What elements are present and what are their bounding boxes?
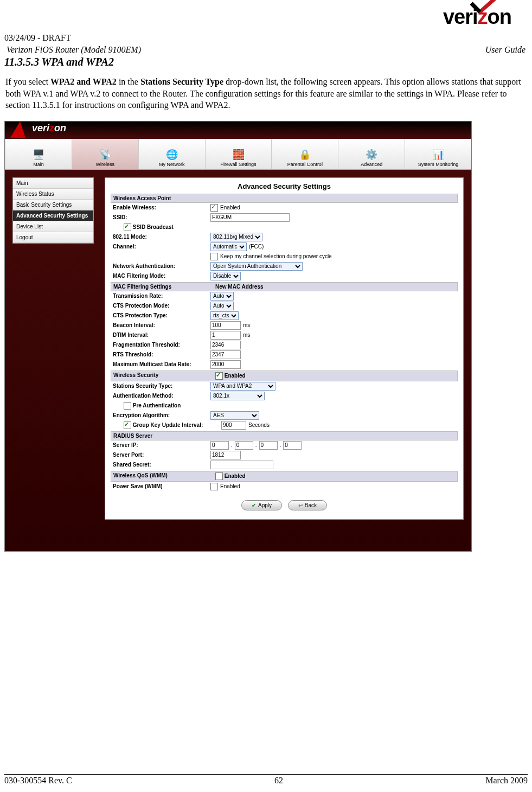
label-cts-mode: CTS Protection Mode: bbox=[113, 303, 210, 309]
sidebar-item-advanced-security[interactable]: Advanced Security Settings bbox=[13, 210, 93, 221]
sidebar: Main Wireless Status Basic Security Sett… bbox=[12, 177, 94, 244]
tab-advanced[interactable]: ⚙️Advanced bbox=[338, 139, 405, 169]
label-enc-alg: Encryption Algorithm: bbox=[113, 412, 210, 418]
label-network-auth: Network Authentication: bbox=[113, 263, 210, 269]
footer-right: March 2009 bbox=[485, 776, 528, 785]
monitor-icon: 📊 bbox=[432, 149, 444, 161]
select-network-auth[interactable]: Open System Authentication bbox=[210, 262, 303, 271]
tab-my-network[interactable]: 🌐My Network bbox=[138, 139, 205, 169]
tab-main[interactable]: 🖥️Main bbox=[5, 139, 72, 169]
input-beacon[interactable] bbox=[210, 321, 241, 330]
select-enc-alg[interactable]: AES bbox=[210, 411, 259, 420]
label-rts: RTS Threshold: bbox=[113, 352, 210, 357]
select-mac-filter-mode[interactable]: Disable bbox=[210, 272, 241, 280]
checkbox-pre-auth[interactable] bbox=[124, 402, 131, 410]
select-tx-rate[interactable]: Auto bbox=[210, 292, 234, 301]
label-channel: Channel: bbox=[113, 244, 210, 250]
verizon-logo-header: verizon bbox=[4, 5, 528, 29]
footer-center: 62 bbox=[274, 776, 283, 785]
tab-wireless[interactable]: 📡Wireless bbox=[72, 139, 138, 169]
label-server-ip: Server IP: bbox=[113, 442, 210, 448]
network-icon: 🌐 bbox=[166, 149, 178, 161]
checkbox-qos-enabled[interactable] bbox=[215, 472, 223, 480]
doc-type: User Guide bbox=[485, 45, 525, 55]
label-ssid: SSID: bbox=[113, 214, 210, 220]
back-button[interactable]: ↩Back bbox=[288, 500, 327, 510]
tab-firewall[interactable]: 🧱Firewall Settings bbox=[205, 139, 272, 169]
input-frag[interactable] bbox=[210, 341, 241, 349]
section-wireless-ap: Wireless Access Point bbox=[111, 194, 458, 203]
check-icon bbox=[470, 0, 503, 15]
label-mcast: Maximum Multicast Data Rate: bbox=[113, 361, 210, 367]
footer-left: 030-300554 Rev. C bbox=[4, 776, 72, 785]
sidebar-item-main[interactable]: Main bbox=[13, 178, 93, 189]
label-tx-rate: Transmission Rate: bbox=[113, 293, 210, 299]
section-mac-filtering: MAC Filtering SettingsNew MAC Address bbox=[111, 282, 458, 291]
input-ssid[interactable] bbox=[210, 213, 290, 222]
lock-icon: 🔒 bbox=[299, 149, 311, 161]
label-beacon: Beacon Interval: bbox=[113, 322, 210, 328]
section-wireless-qos: Wireless QoS (WMM) Enabled bbox=[111, 471, 458, 482]
input-rts[interactable] bbox=[210, 350, 241, 359]
input-server-ip-4[interactable] bbox=[283, 441, 302, 450]
label-enable-wireless: Enable Wireless: bbox=[113, 205, 210, 210]
section-title-text: WPA and WPA2 bbox=[42, 56, 114, 68]
draft-date: 03/24/09 - DRAFT bbox=[4, 33, 528, 43]
nav-tabs: 🖥️Main 📡Wireless 🌐My Network 🧱Firewall S… bbox=[5, 139, 471, 170]
sidebar-item-logout[interactable]: Logout bbox=[13, 232, 93, 243]
checkbox-wsec-enabled[interactable] bbox=[215, 372, 223, 380]
checkbox-power-save[interactable] bbox=[210, 483, 218, 490]
firewall-icon: 🧱 bbox=[233, 149, 245, 161]
input-dtim[interactable] bbox=[210, 331, 241, 340]
select-80211-mode[interactable]: 802.11b/g Mixed bbox=[210, 233, 262, 241]
main-icon: 🖥️ bbox=[33, 149, 44, 161]
content-title: Advanced Security Settings bbox=[111, 182, 458, 190]
select-stations-security-type[interactable]: WPA and WPA2 bbox=[210, 382, 275, 391]
wireless-icon: 📡 bbox=[99, 149, 111, 161]
ui-topbar: verizon bbox=[5, 122, 471, 139]
select-cts-type[interactable]: rts_cts bbox=[210, 311, 239, 320]
content-panel: Advanced Security Settings Wireless Acce… bbox=[105, 177, 464, 520]
tab-parental[interactable]: 🔒Parental Control bbox=[271, 139, 338, 169]
input-group-key-interval[interactable] bbox=[221, 421, 246, 430]
select-cts-mode[interactable]: Auto bbox=[210, 302, 234, 310]
body-paragraph: If you select WPA2 and WPA2 in the Stati… bbox=[5, 76, 527, 111]
back-icon: ↩ bbox=[298, 502, 303, 508]
gear-icon: ⚙️ bbox=[366, 149, 377, 161]
label-frag: Fragmentation Threshold: bbox=[113, 342, 210, 348]
button-row: ✔Apply ↩Back bbox=[111, 500, 458, 510]
sidebar-item-device-list[interactable]: Device List bbox=[13, 221, 93, 232]
checkbox-enable-wireless[interactable] bbox=[210, 204, 218, 212]
checkbox-keep-channel[interactable] bbox=[210, 253, 218, 260]
label-power-save: Power Save (WMM) bbox=[113, 483, 210, 489]
tab-system-monitoring[interactable]: 📊System Monitoring bbox=[405, 139, 471, 169]
page-footer: 030-300554 Rev. C 62 March 2009 bbox=[4, 774, 528, 785]
label-cts-type: CTS Protection Type: bbox=[113, 312, 210, 318]
label-80211-mode: 802.11 Mode: bbox=[113, 234, 210, 240]
input-shared-secret[interactable] bbox=[210, 461, 273, 469]
select-auth-method[interactable]: 802.1x bbox=[210, 392, 265, 400]
label-stations-type: Stations Security Type: bbox=[113, 383, 210, 389]
input-server-ip-2[interactable] bbox=[235, 441, 253, 450]
label-shared-secret: Shared Secret: bbox=[113, 462, 210, 468]
section-wireless-security: Wireless Security Enabled bbox=[111, 371, 458, 381]
select-channel[interactable]: Automatic bbox=[210, 242, 247, 251]
label-mac-filter-mode: MAC Filtering Mode: bbox=[113, 273, 210, 279]
input-server-ip-1[interactable] bbox=[210, 441, 229, 450]
section-radius: RADIUS Server bbox=[111, 431, 458, 440]
sidebar-item-wireless-status[interactable]: Wireless Status bbox=[13, 189, 93, 200]
input-mcast[interactable] bbox=[210, 360, 241, 369]
router-ui-screenshot: verizon 🖥️Main 📡Wireless 🌐My Network 🧱Fi… bbox=[4, 121, 472, 552]
logo-check-icon bbox=[10, 122, 25, 138]
model-name: Verizon FiOS Router (Model 9100EM) bbox=[7, 45, 141, 55]
apply-icon: ✔ bbox=[252, 502, 256, 508]
apply-button[interactable]: ✔Apply bbox=[241, 500, 282, 510]
input-server-port[interactable] bbox=[210, 451, 241, 459]
sidebar-item-basic-security[interactable]: Basic Security Settings bbox=[13, 200, 93, 210]
checkbox-ssid-broadcast[interactable] bbox=[124, 223, 131, 231]
checkbox-group-key[interactable] bbox=[124, 421, 131, 429]
label-server-port: Server Port: bbox=[113, 452, 210, 458]
label-dtim: DTIM Interval: bbox=[113, 332, 210, 338]
section-number: 11.3.5.3 bbox=[4, 56, 39, 68]
input-server-ip-3[interactable] bbox=[259, 441, 278, 450]
